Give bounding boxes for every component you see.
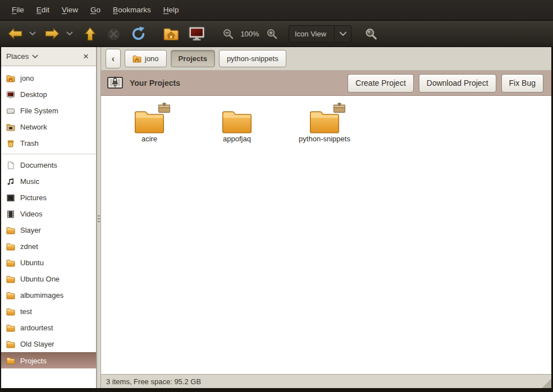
resize-grip[interactable] <box>541 377 551 388</box>
chevron-down-icon <box>66 31 73 36</box>
status-bar: 3 items, Free space: 95.2 GB <box>101 374 551 388</box>
path-prev-button[interactable]: ‹ <box>106 49 121 68</box>
projects-header-buttons: Create Project Download Project Fix Bug <box>348 74 546 93</box>
package-emblem-icon <box>333 102 346 113</box>
zoom-level: 100% <box>237 30 263 38</box>
places-selector-chevron-icon[interactable] <box>32 54 38 59</box>
sidebar-item-documents[interactable]: Documents <box>1 157 96 173</box>
sidebar-item-trash[interactable]: Trash <box>1 135 96 151</box>
sidebar-item-desktop[interactable]: Desktop <box>1 86 96 103</box>
folder-item-python-snippets[interactable]: python-snippets <box>281 105 368 143</box>
sidebar-item-label: ardourtest <box>20 324 53 332</box>
menu-go[interactable]: Go <box>84 2 107 17</box>
desktop-icon <box>6 90 15 99</box>
sidebar-item-label: File System <box>20 107 58 115</box>
menu-bookmarks[interactable]: Bookmarks <box>107 2 157 17</box>
sidebar-item-slayer[interactable]: Slayer <box>1 222 96 238</box>
folder-icon <box>6 242 15 251</box>
sidebar-item-old-slayer[interactable]: Old Slayer <box>1 336 96 352</box>
icon-view[interactable]: acire appofjaq python-snippets <box>101 96 551 374</box>
search-button[interactable] <box>359 22 382 45</box>
sidebar-list: jono Desktop File System Network Trash D… <box>1 66 96 388</box>
reload-button[interactable] <box>127 22 149 45</box>
view-mode-value: Icon View <box>289 30 334 38</box>
document-icon <box>6 161 15 170</box>
breadcrumb-label: Projects <box>179 54 207 63</box>
sidebar-item-label: Ubuntu One <box>20 275 60 283</box>
menu-edit[interactable]: Edit <box>30 2 56 17</box>
sidebar-item-videos[interactable]: Videos <box>1 206 96 222</box>
pane-splitter[interactable] <box>97 47 101 388</box>
sidebar-item-network[interactable]: Network <box>1 119 96 135</box>
home-button[interactable] <box>159 22 183 45</box>
menu-help[interactable]: Help <box>157 2 185 17</box>
sidebar-item-jono[interactable]: jono <box>1 70 96 86</box>
projects-rocket-icon <box>107 75 124 91</box>
back-button[interactable] <box>4 22 26 45</box>
folder-item-appofjaq[interactable]: appofjaq <box>193 105 281 143</box>
sidebar-item-test[interactable]: test <box>1 303 96 320</box>
computer-icon <box>188 26 205 42</box>
fix-bug-button[interactable]: Fix Bug <box>501 74 543 93</box>
breadcrumb-label: jono <box>145 54 159 63</box>
back-arrow-icon <box>7 26 23 41</box>
home-folder-icon <box>163 26 180 41</box>
forward-history-dropdown[interactable] <box>63 22 76 45</box>
reload-icon <box>131 26 146 41</box>
folder-icon <box>6 340 15 349</box>
create-project-button[interactable]: Create Project <box>348 74 413 93</box>
sidebar-item-ubuntu-one[interactable]: Ubuntu One <box>1 271 96 287</box>
sidebar-item-label: Music <box>20 177 39 186</box>
folder-icon <box>6 324 15 333</box>
sidebar-item-label: Trash <box>20 139 39 147</box>
sidebar-item-projects[interactable]: Projects <box>1 352 96 368</box>
sidebar-item-label: Ubuntu <box>20 259 44 267</box>
folder-icon <box>6 356 15 365</box>
sidebar-title[interactable]: Places <box>6 52 29 61</box>
projects-header: Your Projects Create Project Download Pr… <box>101 71 551 96</box>
folder-label: python-snippets <box>299 135 350 143</box>
breadcrumb-python-snippets[interactable]: python-snippets <box>219 50 286 67</box>
menu-file[interactable]: File <box>6 2 30 17</box>
sidebar-item-albumimages[interactable]: albumimages <box>1 287 96 303</box>
sidebar-item-label: jono <box>20 74 34 82</box>
forward-button[interactable] <box>42 22 63 45</box>
chevron-down-icon <box>29 31 36 36</box>
search-icon <box>364 27 377 40</box>
back-history-dropdown[interactable] <box>26 22 39 45</box>
sidebar-close-button[interactable]: × <box>81 50 91 62</box>
zoom-in-button[interactable] <box>263 22 281 45</box>
drive-icon <box>6 107 15 116</box>
video-icon <box>6 210 15 219</box>
status-text: 3 items, Free space: 95.2 GB <box>106 377 201 386</box>
up-arrow-icon <box>83 26 97 41</box>
sidebar-item-label: Projects <box>20 357 47 365</box>
view-mode-select[interactable]: Icon View <box>289 25 351 43</box>
download-project-button[interactable]: Download Project <box>419 74 496 93</box>
sidebar-item-music[interactable]: Music <box>1 173 96 190</box>
sidebar-separator <box>2 154 95 155</box>
menubar: File Edit View Go Bookmarks Help <box>0 0 553 20</box>
zoom-out-button[interactable] <box>219 22 237 45</box>
sidebar-item-label: Pictures <box>20 193 47 202</box>
network-icon <box>6 123 15 132</box>
folder-label: acire <box>141 135 157 143</box>
breadcrumb-projects[interactable]: Projects <box>171 50 215 67</box>
sidebar-item-ardourtest[interactable]: ardourtest <box>1 320 96 336</box>
sidebar-item-zdnet[interactable]: zdnet <box>1 238 96 255</box>
sidebar-item-file-system[interactable]: File System <box>1 103 96 119</box>
up-button[interactable] <box>79 22 101 45</box>
sidebar-item-ubuntu[interactable]: Ubuntu <box>1 255 96 271</box>
sidebar-item-label: Slayer <box>20 226 41 234</box>
menu-view[interactable]: View <box>56 2 84 17</box>
breadcrumb-jono[interactable]: jono <box>125 50 167 67</box>
computer-button[interactable] <box>184 22 209 45</box>
file-manager-window: File Edit View Go Bookmarks Help 100% Ic… <box>0 0 553 392</box>
folder-icon <box>6 307 15 316</box>
sidebar-item-label: Documents <box>20 161 57 169</box>
folder-item-acire[interactable]: acire <box>106 105 193 143</box>
folder-icon <box>134 105 165 133</box>
folder-icon <box>221 105 253 133</box>
home-folder-icon <box>132 54 141 63</box>
sidebar-item-pictures[interactable]: Pictures <box>1 190 96 206</box>
